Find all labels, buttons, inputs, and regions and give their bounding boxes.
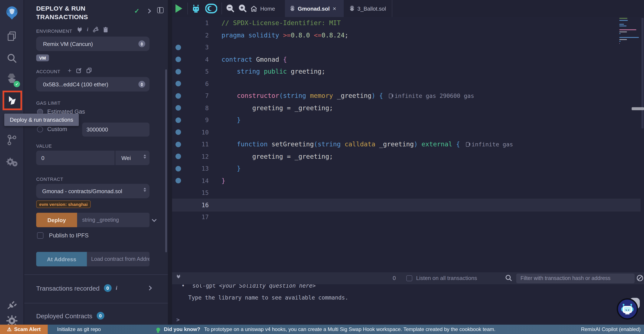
code-line[interactable]: 10 — [172, 126, 640, 138]
code-line[interactable]: 7 constructor(string memory _greeting) {… — [172, 90, 640, 102]
line-number: 3 — [184, 44, 209, 51]
value-input[interactable]: 0 — [36, 151, 114, 165]
gutter-dot-icon[interactable] — [175, 178, 181, 184]
gutter-dot-icon[interactable] — [175, 117, 181, 123]
code-line[interactable]: 8 greeting = _greeting; — [172, 102, 640, 114]
scam-alert-chip[interactable]: ⚠ Scam Alert — [0, 325, 48, 334]
terminal-search-icon[interactable] — [505, 275, 512, 282]
tab-close-icon[interactable]: × — [333, 5, 336, 12]
gutter-dot-icon[interactable] — [175, 142, 181, 147]
plugin-manager-icon[interactable] — [0, 297, 24, 312]
compiled-check-badge: ✓ — [14, 81, 20, 87]
code-line[interactable]: 3 — [172, 41, 640, 53]
panel-scrollbar[interactable] — [165, 69, 167, 252]
transactions-recorded-section[interactable]: Transactions recorded 0 i — [36, 284, 117, 292]
terminal-prompt[interactable]: > — [176, 317, 180, 323]
code-line[interactable]: 4contract Gmonad { — [172, 53, 640, 65]
listen-all-transactions-row[interactable]: Listen on all transactions — [406, 275, 477, 281]
code-line[interactable]: 6 — [172, 78, 640, 90]
remix-ide-window: ✓ — [0, 0, 644, 334]
deploy-run-icon[interactable] — [0, 92, 24, 109]
publish-ipfs-row[interactable]: Publish to IPFS — [37, 232, 88, 239]
line-number: 6 — [184, 80, 209, 87]
account-edit-icon[interactable] — [76, 68, 82, 73]
panel-pin-chevron-icon[interactable] — [147, 9, 150, 13]
gutter-dot-icon[interactable] — [175, 69, 181, 74]
code-line[interactable]: 14} — [172, 175, 640, 187]
tab-home-label: Home — [260, 5, 275, 12]
copilot-toggle-icon[interactable] — [205, 3, 217, 14]
code-line[interactable]: 2pragma solidity >=0.8.0 <=0.8.24; — [172, 29, 640, 41]
contract-select[interactable]: Gmonad - contracts/Gmonad.sol — [36, 184, 150, 198]
environment-info-icon[interactable]: i — [87, 26, 88, 33]
gas-limit-label: GAS LIMIT — [36, 100, 60, 105]
tab-ballot[interactable]: 3_Ballot.sol — [344, 0, 392, 17]
custom-gas-value: 3000000 — [86, 126, 108, 133]
remix-logo-icon[interactable] — [0, 3, 24, 22]
account-copy-icon[interactable] — [86, 68, 92, 73]
block-icon[interactable] — [636, 275, 644, 282]
remixai-robot-icon[interactable] — [191, 3, 201, 14]
zoom-out-icon[interactable] — [226, 4, 235, 13]
code-editor[interactable]: 1// SPDX-License-Identifier: MIT2pragma … — [172, 17, 640, 272]
terminal-output[interactable]: • sol-gpt <your Solidity question here> … — [172, 284, 644, 325]
code-line[interactable]: 11 function setGreeting(string calldata … — [172, 138, 640, 150]
search-icon[interactable] — [0, 50, 24, 66]
code-line[interactable]: 15 — [172, 187, 640, 199]
gutter-dot-icon[interactable] — [175, 45, 181, 50]
tab-gmonad[interactable]: Gmonad.sol × — [285, 0, 344, 17]
panel-editor-splitter[interactable] — [168, 0, 172, 325]
git-branch-icon[interactable] — [0, 132, 24, 148]
fuel-pump-icon — [466, 142, 469, 147]
terminal-line-solgpt: • sol-gpt <your Solidity question here> — [182, 284, 644, 289]
warning-icon: ⚠ — [7, 326, 12, 332]
environment-delete-icon[interactable] — [103, 26, 108, 32]
custom-gas-radio[interactable] — [37, 126, 43, 132]
code-line[interactable]: 16 — [172, 199, 640, 211]
run-script-play-icon[interactable] — [176, 4, 182, 13]
value-unit-select[interactable]: Wei — [116, 151, 150, 165]
editor-vertical-scrollbar[interactable] — [641, 17, 644, 272]
environment-plug-icon[interactable] — [77, 27, 82, 32]
gutter-dot-icon[interactable] — [175, 130, 181, 135]
remixai-assistant-button[interactable] — [617, 298, 638, 320]
environment-fork-icon[interactable] — [93, 27, 98, 32]
editor-minimap[interactable] — [619, 18, 640, 53]
listen-checkbox[interactable] — [406, 275, 412, 281]
custom-gas-row[interactable]: Custom — [37, 126, 67, 132]
editor-scrollbar-thumb[interactable] — [632, 107, 644, 110]
gutter-dot-icon[interactable] — [175, 166, 181, 171]
deploy-args-input[interactable]: string _greeting — [77, 213, 150, 227]
git-init-button[interactable]: Initialize as git repo — [57, 326, 101, 332]
publish-ipfs-checkbox[interactable] — [37, 232, 44, 239]
account-add-icon[interactable]: + — [68, 67, 72, 74]
gutter-dot-icon[interactable] — [175, 81, 181, 87]
deploy-expand-chevron-icon[interactable] — [152, 218, 156, 221]
transaction-filter-input[interactable]: Filter with transaction hash or address — [516, 273, 635, 283]
panel-split-view-icon[interactable] — [157, 7, 164, 13]
account-select[interactable]: 0x5B3...eddC4 (100 ether) — [36, 77, 150, 91]
tab-home[interactable]: Home — [244, 0, 281, 17]
custom-gas-input[interactable]: 3000000 — [82, 123, 150, 137]
deploy-button[interactable]: Deploy — [36, 213, 77, 227]
code-line[interactable]: 17 — [172, 211, 640, 223]
environment-select[interactable]: Remix VM (Cancun) — [36, 36, 150, 51]
gutter-dot-icon[interactable] — [175, 93, 181, 99]
unit-testing-icon[interactable] — [0, 154, 24, 170]
gutter-dot-icon[interactable] — [175, 105, 181, 111]
terminal-expand-icon[interactable] — [177, 275, 180, 278]
code-line[interactable]: 5 string public greeting; — [172, 65, 640, 78]
code-line[interactable]: 12 greeting = _greeting; — [172, 150, 640, 163]
code-line[interactable]: 13 } — [172, 163, 640, 175]
transactions-expand-chevron-icon[interactable] — [148, 286, 151, 290]
code-line[interactable]: 9 } — [172, 114, 640, 126]
gutter-dot-icon[interactable] — [175, 154, 181, 159]
at-address-input[interactable]: Load contract from Addre — [87, 252, 150, 266]
file-explorer-icon[interactable] — [0, 28, 24, 44]
at-address-button[interactable]: At Address — [36, 252, 87, 266]
transactions-info-icon[interactable]: i — [116, 285, 117, 292]
gutter-dot-icon[interactable] — [175, 57, 181, 62]
solidity-compiler-icon[interactable]: ✓ — [0, 71, 24, 88]
copilot-status[interactable]: RemixAI Copilot (enabled) — [581, 326, 640, 332]
code-line[interactable]: 1// SPDX-License-Identifier: MIT — [172, 17, 640, 29]
